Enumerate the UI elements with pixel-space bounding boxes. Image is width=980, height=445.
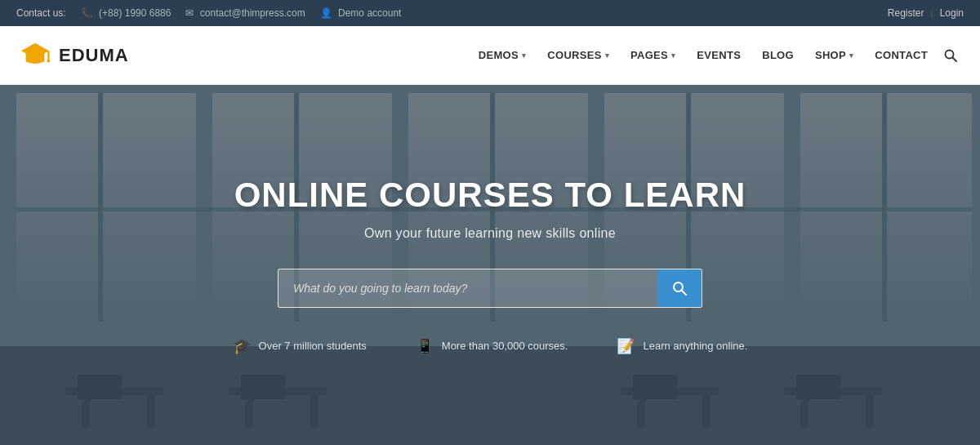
top-bar-right: Register | Login	[888, 7, 964, 19]
search-button[interactable]	[941, 26, 960, 85]
hero-feature-students: 🎓 Over 7 million students	[233, 337, 367, 355]
nav-item-pages[interactable]: PAGES ▾	[622, 26, 684, 85]
nav-item-contact[interactable]: CONTACT	[866, 26, 936, 85]
chevron-down-icon: ▾	[849, 51, 853, 60]
hero-search-box	[278, 269, 702, 308]
svg-point-2	[47, 59, 50, 62]
hero-content: ONLINE COURSES TO LEARN Own your future …	[216, 159, 764, 372]
user-icon: 👤	[320, 7, 332, 19]
svg-line-4	[953, 57, 957, 61]
phone-number: (+88) 1990 6886	[99, 7, 171, 19]
hero-search-button[interactable]	[657, 269, 702, 307]
nav-menu: DEMOS ▾ COURSES ▾ PAGES ▾ EVENTS BLOG SH…	[470, 26, 960, 85]
online-icon: 📝	[617, 337, 635, 355]
hero-feature-courses: 📱 More than 30,000 courses.	[416, 337, 568, 355]
feature-courses-text: More than 30,000 courses.	[442, 340, 568, 352]
chevron-down-icon: ▾	[671, 51, 675, 60]
hero-section: ONLINE COURSES TO LEARN Own your future …	[0, 85, 980, 445]
navbar: EDUMA DEMOS ▾ COURSES ▾ PAGES ▾ EVENTS B…	[0, 26, 980, 85]
email-icon: ✉	[185, 7, 194, 19]
logo[interactable]: EDUMA	[20, 38, 129, 73]
login-link[interactable]: Login	[940, 7, 964, 19]
phone-icon: 📞	[81, 7, 93, 19]
feature-students-text: Over 7 million students	[259, 340, 367, 352]
hero-search-input[interactable]	[278, 270, 657, 306]
feature-online-text: Learn anything online.	[643, 340, 747, 352]
phone-info: 📞 (+88) 1990 6886	[81, 7, 172, 19]
logo-text: EDUMA	[59, 45, 129, 66]
courses-icon: 📱	[416, 337, 434, 355]
hero-title: ONLINE COURSES TO LEARN	[233, 176, 748, 215]
nav-item-demos[interactable]: DEMOS ▾	[470, 26, 534, 85]
email-info: ✉ contact@thimpress.com	[185, 7, 305, 19]
divider: |	[931, 7, 933, 19]
email-link[interactable]: contact@thimpress.com	[200, 7, 305, 19]
nav-item-shop[interactable]: SHOP ▾	[807, 26, 862, 85]
logo-icon	[20, 38, 51, 73]
svg-marker-0	[21, 42, 49, 58]
top-bar-left: Contact us: 📞 (+88) 1990 6886 ✉ contact@…	[16, 7, 401, 19]
hero-subtitle: Own your future learning new skills onli…	[233, 226, 748, 241]
svg-rect-1	[47, 51, 49, 60]
hero-feature-online: 📝 Learn anything online.	[617, 337, 747, 355]
nav-item-blog[interactable]: BLOG	[754, 26, 802, 85]
register-link[interactable]: Register	[888, 7, 924, 19]
nav-item-events[interactable]: EVENTS	[688, 26, 749, 85]
hero-features: 🎓 Over 7 million students 📱 More than 30…	[233, 337, 748, 355]
demo-account[interactable]: 👤 Demo account	[320, 7, 402, 19]
svg-line-37	[682, 291, 686, 295]
chevron-down-icon: ▾	[522, 51, 526, 60]
contact-label: Contact us:	[16, 7, 66, 19]
top-bar: Contact us: 📞 (+88) 1990 6886 ✉ contact@…	[0, 0, 980, 26]
nav-item-courses[interactable]: COURSES ▾	[539, 26, 617, 85]
chevron-down-icon: ▾	[605, 51, 609, 60]
graduation-icon: 🎓	[233, 337, 251, 355]
